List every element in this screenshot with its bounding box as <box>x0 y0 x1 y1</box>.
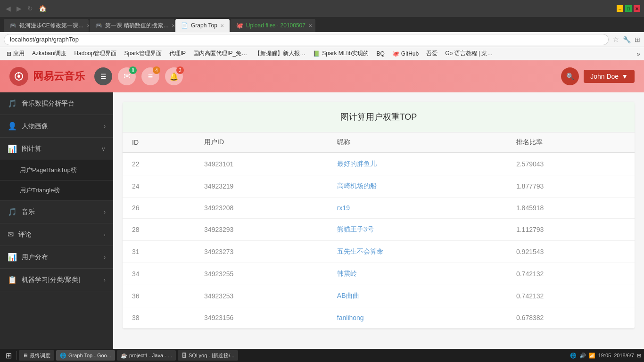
taskbar-item-1-icon: 🖥 <box>23 353 28 358</box>
ml-icon: 📋 <box>8 275 17 284</box>
sidebar-item-pagerank[interactable]: 用户PageRankTop榜 <box>0 160 113 181</box>
table-header-row: ID 用户ID 昵称 排名比率 <box>123 132 635 153</box>
taskbar-item-4-label: SQLyog - [新连接/... <box>189 352 234 359</box>
tab-2-close[interactable]: ✕ <box>172 23 174 28</box>
network-icon: 🌐 <box>570 353 577 359</box>
cell-nickname-2: rx19 <box>328 197 507 219</box>
taskbar-right: 🌐 🔊 📶 19:05 2018/6/7 ⊞ <box>570 353 641 359</box>
tab-2-label: 第一课 精确数值的搜索… <box>105 22 169 30</box>
cell-userid-1: 34923219 <box>195 175 328 197</box>
tab-3[interactable]: 📄 Graph Top ✕ <box>175 19 230 32</box>
cell-rank-1: 1.877793 <box>507 175 635 197</box>
table-title: 图计算用户权重TOP <box>123 102 635 132</box>
tab-1[interactable]: 🎮 银河漫步CE修改第一课… ✕ <box>4 19 89 32</box>
sidebar-item-user-dist[interactable]: 📊 用户分布 › <box>0 246 113 269</box>
sidebar-item-comment[interactable]: ✉ 评论 › <box>0 223 113 246</box>
cell-nickname-0: 最好的胖鱼儿 <box>328 153 507 175</box>
bookmark-proxy2[interactable]: 国内高匿代理IP_免… <box>190 49 250 58</box>
minimize-button[interactable]: – <box>617 5 623 12</box>
bookmarks-bar: ⊞ 应用 Azkabani调度 Hadoop管理界面 Spark管理界面 代理I… <box>0 47 644 60</box>
window-controls: – □ ✕ <box>617 5 640 12</box>
extension-icon-2[interactable]: ⊞ <box>635 36 640 43</box>
message1-button[interactable]: ✉ 8 <box>118 67 136 85</box>
tab-3-close[interactable]: ✕ <box>220 23 224 28</box>
maximize-button[interactable]: □ <box>625 5 632 12</box>
bookmark-bq-label: BQ <box>377 50 385 57</box>
comment-icon: ✉ <box>8 230 14 239</box>
main-layout: 🎵 音乐数据分析平台 👤 人物画像 › 📊 图计算 ∨ 用户PageRankTo… <box>0 92 644 349</box>
cell-id-7: 38 <box>123 307 195 329</box>
cell-id-2: 26 <box>123 197 195 219</box>
message2-button[interactable]: ≡ 4 <box>141 67 159 85</box>
address-input[interactable] <box>4 34 609 45</box>
sidebar-item-graph[interactable]: 📊 图计算 ∨ <box>0 138 113 160</box>
col-rank: 排名比率 <box>507 132 635 153</box>
user-menu-button[interactable]: John Doe ▼ <box>584 70 635 83</box>
pagerank-label: 用户PageRankTop榜 <box>20 166 77 174</box>
cell-id-0: 22 <box>123 153 195 175</box>
taskbar-item-4[interactable]: 🗄 SQLyog - [新连接/... <box>178 350 238 358</box>
bookmark-bq[interactable]: BQ <box>374 49 388 58</box>
bookmark-star[interactable]: ☆ <box>612 35 619 44</box>
bookmark-go-label: Go 语言教程 | 菜… <box>445 49 493 58</box>
message2-badge: 4 <box>153 66 160 74</box>
bookmark-wuai[interactable]: 吾爱 <box>423 49 440 58</box>
bookmark-azkabani[interactable]: Azkabani调度 <box>29 49 69 58</box>
search-button[interactable]: 🔍 <box>561 67 579 85</box>
taskbar-show-desktop[interactable]: ⊞ <box>637 353 641 359</box>
address-bar: ☆ 🔧 ⊞ <box>0 32 644 47</box>
bookmarks-more[interactable]: » <box>636 50 640 58</box>
bookmark-proxy[interactable]: 代理IP <box>166 49 189 58</box>
tab-4[interactable]: 🐙 Upload files · 20100507 ✕ <box>231 19 315 32</box>
tab-2[interactable]: 🎮 第一课 精确数值的搜索… ✕ <box>90 19 174 32</box>
cell-rank-7: 0.678382 <box>507 307 635 329</box>
message2-icon: ≡ <box>148 72 153 82</box>
table-row: 36 34923253 AB曲曲 0.742132 <box>123 285 635 307</box>
menu-icon-button[interactable]: ☰ <box>94 67 112 85</box>
taskbar-date: 2018/6/7 <box>614 353 634 358</box>
table-row: 22 34923101 最好的胖鱼儿 2.579043 <box>123 153 635 175</box>
bookmark-hadoop[interactable]: Hadoop管理界面 <box>71 49 119 58</box>
tab-1-label: 银河漫步CE修改第一课… <box>19 22 84 30</box>
bookmark-sparkml[interactable]: 📗 Spark MLlib实现的 <box>310 49 372 58</box>
ml-label: 机器学习[分类/聚类] <box>22 276 99 284</box>
taskbar-item-3[interactable]: ☕ project1 - Java - ... <box>117 350 176 358</box>
close-button[interactable]: ✕ <box>634 5 640 12</box>
bookmark-spark[interactable]: Spark管理界面 <box>121 49 164 58</box>
sidebar-item-platform[interactable]: 🎵 音乐数据分析平台 <box>0 92 113 115</box>
cell-nickname-1: 高崎机场的船 <box>328 175 507 197</box>
extension-icon-1[interactable]: 🔧 <box>623 36 631 43</box>
comment-label: 评论 <box>18 230 99 239</box>
table-row: 24 34923219 高崎机场的船 1.877793 <box>123 175 635 197</box>
cell-userid-7: 34923156 <box>195 307 328 329</box>
cell-userid-6: 34923253 <box>195 285 328 307</box>
bookmark-go[interactable]: Go 语言教程 | 菜… <box>442 49 495 58</box>
table-row: 34 34923255 韩震岭 0.742132 <box>123 263 635 285</box>
taskbar-item-1[interactable]: 🖥 最终调度 <box>19 350 54 358</box>
home-button[interactable]: 🏠 <box>37 4 49 13</box>
forward-button[interactable]: ▶ <box>15 4 24 13</box>
bookmark-spark-label: Spark管理界面 <box>124 49 161 58</box>
start-button[interactable]: ⊞ <box>3 350 15 359</box>
triangle-label: 用户Triangle榜 <box>20 186 60 195</box>
back-button[interactable]: ◀ <box>4 4 13 13</box>
bookmark-notice[interactable]: 【新提醒】新人报… <box>252 49 308 58</box>
bookmark-github[interactable]: 🐙 GitHub <box>389 49 421 58</box>
tab-1-close[interactable]: ✕ <box>87 23 89 28</box>
sidebar-item-ml[interactable]: 📋 机器学习[分类/聚类] › <box>0 269 113 291</box>
sidebar-item-triangle[interactable]: 用户Triangle榜 <box>0 181 113 201</box>
reload-button[interactable]: ↻ <box>25 4 35 13</box>
taskbar-item-2[interactable]: 🌐 Graph Top - Goo... <box>56 350 115 358</box>
tab-4-close[interactable]: ✕ <box>308 23 312 28</box>
bookmark-apps[interactable]: ⊞ 应用 <box>4 49 27 58</box>
sidebar-item-music[interactable]: 🎵 音乐 › <box>0 201 113 223</box>
cell-userid-0: 34923101 <box>195 153 328 175</box>
bell-button[interactable]: 🔔 3 <box>165 67 183 85</box>
table-row: 31 34923273 五先生不会算命 0.921543 <box>123 241 635 263</box>
music-icon: 🎵 <box>8 207 17 216</box>
portrait-label: 人物画像 <box>22 122 99 131</box>
cell-userid-2: 34923208 <box>195 197 328 219</box>
platform-icon: 🎵 <box>8 99 17 108</box>
bookmark-sparkml-label: Spark MLlib实现的 <box>322 49 369 58</box>
sidebar-item-portrait[interactable]: 👤 人物画像 › <box>0 115 113 138</box>
